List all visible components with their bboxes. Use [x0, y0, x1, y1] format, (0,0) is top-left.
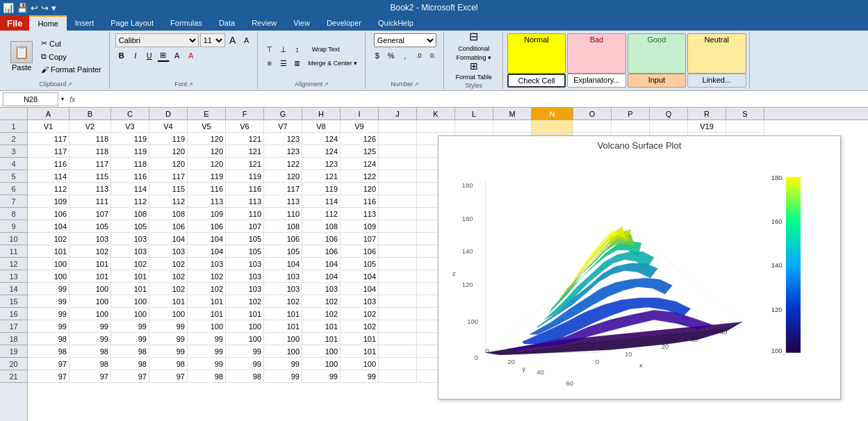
- grid-cell[interactable]: 101: [28, 245, 69, 258]
- merge-center-button[interactable]: Merge & Center ▾: [305, 57, 361, 69]
- grid-cell[interactable]: [379, 333, 417, 345]
- grid-cell[interactable]: 125: [341, 145, 379, 158]
- alignment-expand-icon[interactable]: ↗: [324, 81, 329, 88]
- row-num-3[interactable]: 3: [0, 145, 27, 158]
- grid-cell[interactable]: 107: [341, 233, 379, 245]
- style-check-cell[interactable]: Check Cell: [507, 74, 566, 88]
- grid-cell[interactable]: V3: [111, 120, 149, 133]
- grid-cell[interactable]: 103: [226, 283, 264, 295]
- grid-cell[interactable]: 100: [264, 345, 302, 358]
- align-left-button[interactable]: ≡: [263, 57, 276, 69]
- border-button[interactable]: ⊞: [157, 49, 170, 62]
- grid-cell[interactable]: [612, 120, 650, 133]
- grid-cell[interactable]: 119: [111, 133, 149, 145]
- grid-cell[interactable]: 103: [302, 283, 341, 295]
- dropdown-icon[interactable]: ▾: [51, 3, 56, 13]
- align-bottom-button[interactable]: ↕: [291, 43, 304, 56]
- row-num-7[interactable]: 7: [0, 195, 27, 208]
- col-header-r[interactable]: R: [688, 108, 726, 119]
- grid-cell[interactable]: 98: [69, 345, 111, 358]
- grid-cell[interactable]: [379, 270, 417, 283]
- grid-cell[interactable]: 117: [69, 158, 111, 170]
- grid-cell[interactable]: 100: [111, 308, 149, 320]
- row-num-14[interactable]: 14: [0, 283, 27, 295]
- col-header-n[interactable]: N: [532, 108, 573, 119]
- grid-cell[interactable]: 101: [149, 295, 188, 308]
- grid-cell[interactable]: 106: [302, 245, 341, 258]
- grid-cell[interactable]: 97: [28, 358, 69, 370]
- grid-cell[interactable]: 104: [149, 233, 188, 245]
- grid-cell[interactable]: 99: [28, 283, 69, 295]
- grid-cell[interactable]: [379, 158, 417, 170]
- row-num-6[interactable]: 6: [0, 183, 27, 195]
- grid-cell[interactable]: 98: [28, 345, 69, 358]
- grid-cell[interactable]: 120: [149, 145, 188, 158]
- col-header-a[interactable]: A: [28, 108, 69, 119]
- grid-cell[interactable]: 105: [226, 245, 264, 258]
- grid-cell[interactable]: 122: [264, 158, 302, 170]
- grid-cell[interactable]: 112: [28, 183, 69, 195]
- format-painter-button[interactable]: 🖌 Format Painter: [38, 64, 105, 75]
- grid-cell[interactable]: 104: [302, 270, 341, 283]
- grid-cell[interactable]: 100: [69, 295, 111, 308]
- grid-cell[interactable]: 109: [188, 208, 226, 220]
- tab-review[interactable]: Review: [243, 15, 285, 31]
- row-num-5[interactable]: 5: [0, 170, 27, 183]
- grid-cell[interactable]: 100: [28, 258, 69, 270]
- tab-home[interactable]: Home: [29, 15, 66, 31]
- number-format-select[interactable]: General: [374, 33, 436, 47]
- grid-cell[interactable]: 101: [341, 333, 379, 345]
- grid-cell[interactable]: 99: [28, 320, 69, 333]
- grid-cell[interactable]: V1: [28, 120, 69, 133]
- row-num-2[interactable]: 2: [0, 133, 27, 145]
- grid-cell[interactable]: 100: [111, 295, 149, 308]
- align-middle-button[interactable]: ⊥: [277, 43, 290, 56]
- grid-cell[interactable]: V2: [69, 120, 111, 133]
- style-explanatory[interactable]: Explanatory...: [567, 74, 625, 88]
- format-table-button[interactable]: ⊞ Format Table: [450, 60, 498, 81]
- col-header-b[interactable]: B: [69, 108, 111, 119]
- grid-cell[interactable]: 107: [226, 220, 264, 233]
- col-header-i[interactable]: I: [341, 108, 379, 119]
- grid-cell[interactable]: 110: [226, 208, 264, 220]
- grid-cell[interactable]: 97: [111, 370, 149, 383]
- grid-cell[interactable]: 106: [188, 220, 226, 233]
- grid-cell[interactable]: 117: [28, 133, 69, 145]
- bold-button[interactable]: B: [115, 49, 128, 62]
- grid-cell[interactable]: 104: [28, 220, 69, 233]
- grid-cell[interactable]: [726, 120, 764, 133]
- grid-cell[interactable]: 98: [188, 370, 226, 383]
- grid-cell[interactable]: 98: [111, 345, 149, 358]
- row-num-15[interactable]: 15: [0, 295, 27, 308]
- row-num-10[interactable]: 10: [0, 233, 27, 245]
- grid-cell[interactable]: 103: [111, 233, 149, 245]
- clipboard-expand-icon[interactable]: ↗: [67, 81, 72, 88]
- style-bad[interactable]: Bad: [567, 33, 625, 74]
- grid-cell[interactable]: [379, 233, 417, 245]
- grid-cell[interactable]: 99: [111, 320, 149, 333]
- grid-cell[interactable]: 116: [341, 195, 379, 208]
- grid-cell[interactable]: 113: [188, 195, 226, 208]
- wrap-text-button[interactable]: Wrap Text: [305, 43, 347, 56]
- comma-button[interactable]: ,: [399, 49, 411, 62]
- row-num-13[interactable]: 13: [0, 270, 27, 283]
- grid-cell[interactable]: 100: [188, 320, 226, 333]
- grid-cell[interactable]: 99: [69, 333, 111, 345]
- grid-cell[interactable]: 100: [341, 358, 379, 370]
- grid-cell[interactable]: [532, 120, 573, 133]
- grid-cell[interactable]: 99: [28, 295, 69, 308]
- grid-cell[interactable]: 117: [264, 183, 302, 195]
- grid-cell[interactable]: 99: [111, 333, 149, 345]
- grid-cell[interactable]: 118: [69, 145, 111, 158]
- grid-cell[interactable]: 100: [69, 283, 111, 295]
- tab-file[interactable]: File: [0, 15, 29, 31]
- grid-cell[interactable]: 98: [69, 358, 111, 370]
- grid-cell[interactable]: 116: [226, 183, 264, 195]
- grid-cell[interactable]: 99: [28, 308, 69, 320]
- grid-cell[interactable]: 99: [149, 333, 188, 345]
- grid-cell[interactable]: 100: [302, 345, 341, 358]
- grid-cell[interactable]: 104: [341, 270, 379, 283]
- grid-cell[interactable]: 112: [302, 208, 341, 220]
- grid-cell[interactable]: [455, 120, 493, 133]
- tab-quickhelp[interactable]: QuickHelp: [370, 15, 422, 31]
